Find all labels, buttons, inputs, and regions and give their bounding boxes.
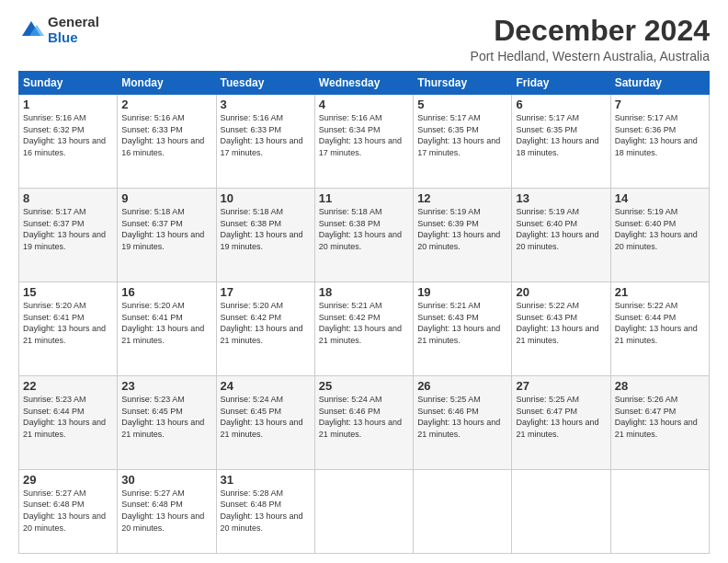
week-row: 29 Sunrise: 5:27 AMSunset: 6:48 PMDaylig… bbox=[19, 469, 710, 553]
week-row: 22 Sunrise: 5:23 AMSunset: 6:44 PMDaylig… bbox=[19, 375, 710, 469]
table-row: 30 Sunrise: 5:27 AMSunset: 6:48 PMDaylig… bbox=[118, 469, 216, 553]
subtitle: Port Hedland, Western Australia, Austral… bbox=[471, 49, 710, 63]
day-number: 3 bbox=[221, 98, 311, 111]
day-info: Sunrise: 5:21 AMSunset: 6:42 PMDaylight:… bbox=[319, 301, 402, 345]
table-row: 9 Sunrise: 5:18 AMSunset: 6:37 PMDayligh… bbox=[118, 189, 216, 282]
table-row: 21 Sunrise: 5:22 AMSunset: 6:44 PMDaylig… bbox=[610, 282, 709, 376]
day-info: Sunrise: 5:20 AMSunset: 6:41 PMDaylight:… bbox=[121, 301, 204, 345]
table-row: 14 Sunrise: 5:19 AMSunset: 6:40 PMDaylig… bbox=[610, 189, 709, 282]
main-title: December 2024 bbox=[471, 15, 710, 47]
day-number: 8 bbox=[23, 191, 113, 205]
table-row: 1 Sunrise: 5:16 AMSunset: 6:32 PMDayligh… bbox=[19, 95, 118, 189]
table-row: 3 Sunrise: 5:16 AMSunset: 6:33 PMDayligh… bbox=[216, 95, 314, 189]
day-info: Sunrise: 5:27 AMSunset: 6:48 PMDaylight:… bbox=[23, 488, 106, 533]
day-info: Sunrise: 5:16 AMSunset: 6:33 PMDaylight:… bbox=[121, 113, 204, 157]
calendar-table: Sunday Monday Tuesday Wednesday Thursday… bbox=[18, 71, 710, 554]
day-number: 12 bbox=[417, 191, 507, 205]
title-block: December 2024 Port Hedland, Western Aust… bbox=[471, 15, 710, 63]
table-row: 19 Sunrise: 5:21 AMSunset: 6:43 PMDaylig… bbox=[414, 282, 512, 376]
col-sunday: Sunday bbox=[19, 72, 118, 95]
day-info: Sunrise: 5:19 AMSunset: 6:40 PMDaylight:… bbox=[516, 207, 598, 251]
day-info: Sunrise: 5:18 AMSunset: 6:37 PMDaylight:… bbox=[121, 207, 204, 251]
day-number: 21 bbox=[615, 285, 705, 299]
day-number: 27 bbox=[516, 379, 606, 393]
day-number: 7 bbox=[615, 98, 705, 111]
col-saturday: Saturday bbox=[610, 72, 709, 95]
empty-cell bbox=[512, 469, 610, 553]
day-info: Sunrise: 5:18 AMSunset: 6:38 PMDaylight:… bbox=[319, 207, 402, 251]
calendar-header-row: Sunday Monday Tuesday Wednesday Thursday… bbox=[19, 72, 710, 95]
day-number: 5 bbox=[417, 98, 507, 111]
empty-cell bbox=[414, 469, 512, 553]
table-row: 20 Sunrise: 5:22 AMSunset: 6:43 PMDaylig… bbox=[512, 282, 610, 376]
table-row: 11 Sunrise: 5:18 AMSunset: 6:38 PMDaylig… bbox=[314, 189, 413, 282]
day-number: 29 bbox=[23, 473, 113, 487]
day-number: 16 bbox=[121, 285, 211, 299]
table-row: 24 Sunrise: 5:24 AMSunset: 6:45 PMDaylig… bbox=[216, 375, 314, 469]
day-number: 9 bbox=[121, 191, 211, 205]
day-number: 20 bbox=[516, 285, 606, 299]
table-row: 31 Sunrise: 5:28 AMSunset: 6:48 PMDaylig… bbox=[216, 469, 314, 553]
day-number: 15 bbox=[23, 285, 113, 299]
day-number: 18 bbox=[319, 285, 409, 299]
day-number: 25 bbox=[319, 379, 409, 393]
day-number: 13 bbox=[516, 191, 606, 205]
day-number: 1 bbox=[23, 98, 113, 111]
table-row: 4 Sunrise: 5:16 AMSunset: 6:34 PMDayligh… bbox=[314, 95, 413, 189]
col-wednesday: Wednesday bbox=[314, 72, 413, 95]
header: General Blue December 2024 Port Hedland,… bbox=[18, 15, 710, 63]
day-number: 22 bbox=[23, 379, 113, 393]
day-number: 26 bbox=[417, 379, 507, 393]
day-number: 4 bbox=[319, 98, 409, 111]
day-number: 19 bbox=[417, 285, 507, 299]
table-row: 13 Sunrise: 5:19 AMSunset: 6:40 PMDaylig… bbox=[512, 189, 610, 282]
day-info: Sunrise: 5:24 AMSunset: 6:46 PMDaylight:… bbox=[319, 395, 402, 439]
day-info: Sunrise: 5:16 AMSunset: 6:34 PMDaylight:… bbox=[319, 113, 402, 157]
logo: General Blue bbox=[18, 15, 99, 45]
logo-text: General Blue bbox=[48, 15, 99, 45]
table-row: 18 Sunrise: 5:21 AMSunset: 6:42 PMDaylig… bbox=[314, 282, 413, 376]
table-row: 28 Sunrise: 5:26 AMSunset: 6:47 PMDaylig… bbox=[610, 375, 709, 469]
day-info: Sunrise: 5:25 AMSunset: 6:46 PMDaylight:… bbox=[417, 395, 500, 439]
table-row: 26 Sunrise: 5:25 AMSunset: 6:46 PMDaylig… bbox=[414, 375, 512, 469]
day-number: 10 bbox=[221, 191, 311, 205]
day-info: Sunrise: 5:24 AMSunset: 6:45 PMDaylight:… bbox=[221, 395, 303, 439]
table-row: 25 Sunrise: 5:24 AMSunset: 6:46 PMDaylig… bbox=[314, 375, 413, 469]
day-number: 17 bbox=[221, 285, 311, 299]
day-info: Sunrise: 5:17 AMSunset: 6:37 PMDaylight:… bbox=[23, 207, 106, 251]
day-info: Sunrise: 5:22 AMSunset: 6:44 PMDaylight:… bbox=[615, 301, 698, 345]
table-row: 27 Sunrise: 5:25 AMSunset: 6:47 PMDaylig… bbox=[512, 375, 610, 469]
col-monday: Monday bbox=[118, 72, 216, 95]
table-row: 23 Sunrise: 5:23 AMSunset: 6:45 PMDaylig… bbox=[118, 375, 216, 469]
table-row: 10 Sunrise: 5:18 AMSunset: 6:38 PMDaylig… bbox=[216, 189, 314, 282]
table-row: 16 Sunrise: 5:20 AMSunset: 6:41 PMDaylig… bbox=[118, 282, 216, 376]
day-info: Sunrise: 5:28 AMSunset: 6:48 PMDaylight:… bbox=[221, 488, 303, 533]
week-row: 1 Sunrise: 5:16 AMSunset: 6:32 PMDayligh… bbox=[19, 95, 710, 189]
day-info: Sunrise: 5:19 AMSunset: 6:39 PMDaylight:… bbox=[417, 207, 500, 251]
logo-blue-text: Blue bbox=[48, 30, 99, 46]
day-info: Sunrise: 5:23 AMSunset: 6:45 PMDaylight:… bbox=[121, 395, 204, 439]
day-number: 30 bbox=[121, 473, 211, 487]
day-number: 28 bbox=[615, 379, 705, 393]
day-number: 11 bbox=[319, 191, 409, 205]
table-row: 22 Sunrise: 5:23 AMSunset: 6:44 PMDaylig… bbox=[19, 375, 118, 469]
week-row: 15 Sunrise: 5:20 AMSunset: 6:41 PMDaylig… bbox=[19, 282, 710, 376]
day-info: Sunrise: 5:18 AMSunset: 6:38 PMDaylight:… bbox=[221, 207, 303, 251]
table-row: 12 Sunrise: 5:19 AMSunset: 6:39 PMDaylig… bbox=[414, 189, 512, 282]
day-info: Sunrise: 5:17 AMSunset: 6:36 PMDaylight:… bbox=[615, 113, 698, 157]
day-info: Sunrise: 5:17 AMSunset: 6:35 PMDaylight:… bbox=[417, 113, 500, 157]
day-number: 14 bbox=[615, 191, 705, 205]
col-tuesday: Tuesday bbox=[216, 72, 314, 95]
day-info: Sunrise: 5:27 AMSunset: 6:48 PMDaylight:… bbox=[121, 488, 204, 533]
day-number: 6 bbox=[516, 98, 606, 111]
table-row: 8 Sunrise: 5:17 AMSunset: 6:37 PMDayligh… bbox=[19, 189, 118, 282]
day-info: Sunrise: 5:22 AMSunset: 6:43 PMDaylight:… bbox=[516, 301, 598, 345]
table-row: 17 Sunrise: 5:20 AMSunset: 6:42 PMDaylig… bbox=[216, 282, 314, 376]
table-row: 7 Sunrise: 5:17 AMSunset: 6:36 PMDayligh… bbox=[610, 95, 709, 189]
logo-icon bbox=[18, 17, 44, 43]
day-info: Sunrise: 5:20 AMSunset: 6:42 PMDaylight:… bbox=[221, 301, 303, 345]
day-info: Sunrise: 5:23 AMSunset: 6:44 PMDaylight:… bbox=[23, 395, 106, 439]
day-info: Sunrise: 5:21 AMSunset: 6:43 PMDaylight:… bbox=[417, 301, 500, 345]
page: General Blue December 2024 Port Hedland,… bbox=[0, 0, 728, 563]
table-row: 6 Sunrise: 5:17 AMSunset: 6:35 PMDayligh… bbox=[512, 95, 610, 189]
